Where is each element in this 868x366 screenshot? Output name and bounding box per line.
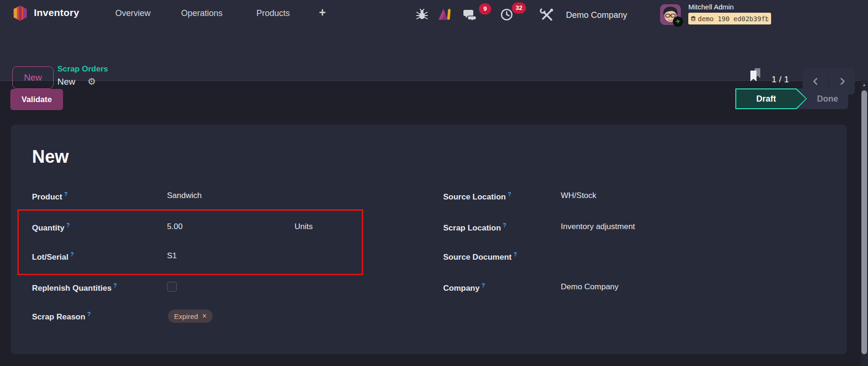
label-product: Product? (32, 191, 68, 202)
help-icon: ? (513, 251, 517, 258)
help-icon: ? (508, 191, 511, 198)
scrollbar-up-arrow[interactable]: ▲ (862, 83, 866, 87)
record-title[interactable]: New (32, 147, 69, 167)
database-icon (691, 15, 695, 22)
field-scrap-location[interactable]: Inventory adjustment (561, 222, 635, 231)
messages-count-badge[interactable]: 9 (479, 3, 491, 15)
field-lot-serial[interactable]: S1 (167, 251, 177, 261)
messages-icon[interactable] (463, 9, 479, 22)
label-lot-serial: Lot/Serial? (32, 251, 74, 262)
new-record-button[interactable]: New (12, 66, 54, 89)
pager-counter: 1 / 1 (772, 74, 789, 85)
database-name: demo_190_ed02b39fba60_17… (698, 15, 768, 23)
nav-item-products[interactable]: Products (256, 8, 290, 18)
company-switcher[interactable]: Demo Company (566, 10, 627, 20)
activities-clock-icon[interactable] (500, 8, 514, 22)
chevron-left-icon (811, 77, 820, 86)
control-panel: New Scrap Orders New ⚙ 1 / 1 (0, 27, 868, 81)
help-icon: ? (113, 282, 117, 289)
field-product[interactable]: Sandwich (167, 191, 202, 200)
replenish-quantities-checkbox[interactable] (167, 282, 177, 292)
status-done[interactable]: Done (807, 88, 848, 109)
breadcrumb-parent-scrap-orders[interactable]: Scrap Orders (57, 64, 108, 74)
onboarding-plane-badge: ✈ (672, 16, 684, 28)
nav-item-operations[interactable]: Operations (181, 8, 223, 18)
field-quantity-uom[interactable]: Units (295, 222, 313, 231)
label-source-document: Source Document? (443, 251, 517, 262)
label-replenish-quantities: Replenish Quantities? (32, 282, 117, 293)
inventory-app-icon[interactable] (12, 5, 28, 22)
bookmark-icon[interactable] (749, 68, 762, 82)
inventory-app-window: Inventory Overview Operations Products +… (0, 0, 868, 366)
field-source-location[interactable]: WH/Stock (561, 191, 597, 200)
user-avatar[interactable]: ✈ (660, 4, 681, 25)
label-source-location: Source Location? (443, 191, 511, 202)
gear-icon[interactable]: ⚙ (88, 76, 96, 87)
help-icon: ? (87, 311, 90, 318)
status-draft[interactable]: Draft (735, 88, 807, 109)
field-quantity[interactable]: 5.00 (167, 222, 183, 231)
nav-item-overview[interactable]: Overview (115, 8, 151, 18)
tag-label: Expired (174, 312, 198, 320)
validate-button[interactable]: Validate (10, 89, 63, 110)
scrap-reason-tag[interactable]: Expired × (168, 310, 213, 323)
database-badge[interactable]: demo_190_ed02b39fba60_17… (688, 13, 771, 24)
statusbar: Draft Done (735, 88, 848, 109)
help-icon: ? (70, 251, 73, 258)
label-scrap-location: Scrap Location? (443, 222, 506, 233)
activities-count-badge[interactable]: 32 (512, 2, 526, 14)
field-company[interactable]: Demo Company (561, 282, 619, 292)
top-navbar: Inventory Overview Operations Products +… (0, 0, 868, 27)
breadcrumb-current: New (57, 77, 75, 87)
debug-bug-icon[interactable] (416, 8, 428, 21)
help-icon: ? (481, 282, 485, 289)
help-icon: ? (64, 191, 67, 198)
label-company: Company? (443, 282, 485, 293)
plus-icon[interactable]: + (319, 6, 326, 19)
scrollbar-thumb[interactable] (861, 90, 867, 354)
user-name[interactable]: Mitchell Admin (688, 3, 734, 11)
tag-remove-icon[interactable]: × (202, 312, 207, 320)
help-icon: ? (66, 222, 70, 229)
help-icon: ? (503, 222, 506, 229)
chevron-right-icon (837, 77, 847, 86)
status-draft-label: Draft (736, 89, 796, 108)
tools-icon[interactable] (539, 8, 554, 22)
form-sheet (11, 125, 847, 354)
label-quantity: Quantity? (32, 222, 70, 233)
app-name[interactable]: Inventory (34, 7, 79, 18)
ai-assistant-icon[interactable] (438, 7, 452, 21)
label-scrap-reason: Scrap Reason? (32, 311, 91, 322)
